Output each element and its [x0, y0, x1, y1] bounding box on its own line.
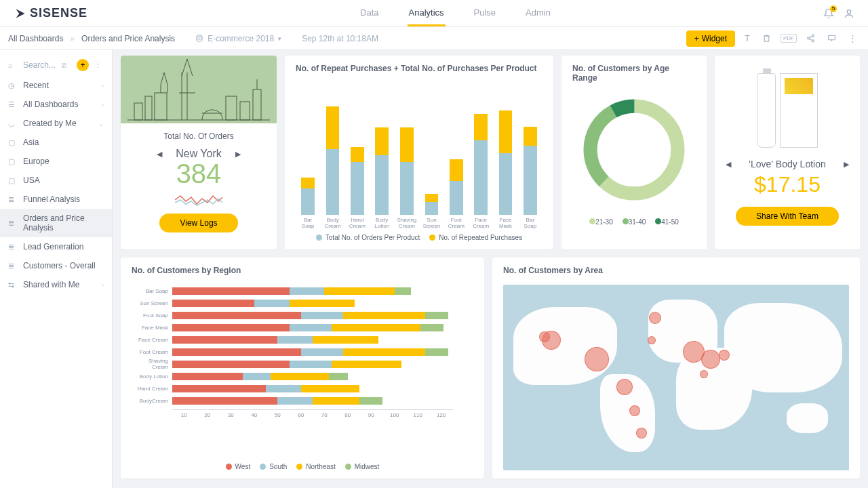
- bar-segment[interactable]: [351, 162, 364, 215]
- sidebar-item-asia[interactable]: ▢Asia: [0, 133, 112, 152]
- present-icon[interactable]: [825, 34, 839, 43]
- nav-data[interactable]: Data: [359, 1, 380, 26]
- timestamp: Sep 12th at 10:18AM: [302, 34, 378, 43]
- view-logs-button[interactable]: View Logs: [159, 214, 237, 232]
- nav-pulse[interactable]: Pulse: [473, 1, 498, 26]
- bar-segment[interactable]: [375, 127, 389, 155]
- bar-segment[interactable]: [400, 127, 414, 161]
- hbar-segment[interactable]: [301, 348, 343, 356]
- bar-segment[interactable]: [450, 181, 463, 215]
- hbar-segment[interactable]: [425, 348, 448, 356]
- donut-segment[interactable]: [591, 106, 678, 194]
- bar-segment[interactable]: [524, 127, 537, 146]
- search-row[interactable]: ⌕ Search... ⎚ + ⋮: [0, 54, 112, 76]
- sidebar-item-orders-and-price-analysis[interactable]: ≣Orders and Price Analysis: [0, 209, 112, 237]
- product-prev-arrow[interactable]: ◀: [726, 160, 731, 169]
- hbar-segment[interactable]: [332, 361, 402, 368]
- bar-segment[interactable]: [425, 194, 439, 203]
- hbar-segment[interactable]: [290, 324, 332, 331]
- hbar-segment[interactable]: [277, 336, 313, 344]
- bar-segment[interactable]: [499, 153, 513, 215]
- hbar-segment[interactable]: [395, 287, 411, 295]
- sidebar-item-customers---overall[interactable]: ≣Customers - Overall: [0, 256, 112, 275]
- bar-segment[interactable]: [351, 147, 364, 162]
- hbar-segment[interactable]: [172, 348, 301, 356]
- hbar-segment[interactable]: [172, 385, 266, 392]
- city-prev-arrow[interactable]: ◀: [157, 150, 162, 159]
- hbar-segment[interactable]: [172, 397, 277, 405]
- hbar-segment[interactable]: [343, 348, 425, 356]
- hbar-segment[interactable]: [359, 397, 382, 405]
- share-with-team-button[interactable]: Share With Team: [736, 207, 839, 226]
- nav-admin[interactable]: Admin: [524, 1, 552, 26]
- sidebar-recent[interactable]: ◷Recent›: [0, 76, 112, 95]
- world-map[interactable]: [503, 285, 849, 470]
- text-tool-icon[interactable]: T: [742, 33, 753, 43]
- hbar-segment[interactable]: [172, 361, 290, 368]
- map-bubble[interactable]: [585, 347, 609, 371]
- map-bubble[interactable]: [700, 370, 708, 378]
- hbar-segment[interactable]: [301, 385, 359, 392]
- hbar-segment[interactable]: [324, 287, 395, 295]
- delete-icon[interactable]: [760, 34, 774, 43]
- hbar-segment[interactable]: [243, 373, 271, 380]
- city-next-arrow[interactable]: ▶: [235, 150, 241, 159]
- hbar-segment[interactable]: [420, 324, 443, 331]
- sidebar-more-icon[interactable]: ⋮: [94, 61, 104, 70]
- bar-segment[interactable]: [425, 202, 439, 215]
- hbar-segment[interactable]: [172, 373, 243, 380]
- breadcrumb-root[interactable]: All Dashboards: [8, 34, 63, 43]
- add-widget-button[interactable]: + Widget: [686, 30, 735, 47]
- datasource-selector[interactable]: E-commerce 2018 ▾: [195, 34, 281, 43]
- sidebar-created-by-me[interactable]: ◡Created by Me⌄: [0, 114, 112, 133]
- hbar-segment[interactable]: [172, 287, 290, 295]
- filter-icon[interactable]: ⎚: [62, 61, 71, 69]
- notification-icon[interactable]: 5: [823, 8, 834, 19]
- hbar-segment[interactable]: [172, 312, 301, 319]
- user-icon[interactable]: [844, 8, 854, 19]
- bar-segment[interactable]: [326, 149, 340, 215]
- map-bubble[interactable]: [701, 350, 720, 369]
- product-next-arrow[interactable]: ▶: [844, 160, 849, 169]
- bar-segment[interactable]: [450, 159, 463, 180]
- sidebar-shared-with-me[interactable]: ⇆Shared with Me›: [0, 275, 112, 294]
- bar-segment[interactable]: [400, 162, 414, 215]
- hbar-segment[interactable]: [271, 373, 329, 380]
- sidebar-item-europe[interactable]: ▢Europe: [0, 152, 112, 171]
- hbar-segment[interactable]: [290, 300, 355, 307]
- map-bubble[interactable]: [616, 379, 633, 395]
- bar-segment[interactable]: [301, 178, 315, 188]
- bar-segment[interactable]: [524, 146, 537, 215]
- hbar-segment[interactable]: [329, 373, 348, 380]
- hbar-segment[interactable]: [343, 312, 425, 319]
- nav-analytics[interactable]: Analytics: [408, 1, 446, 26]
- sidebar-item-usa[interactable]: ▢USA: [0, 171, 112, 190]
- add-dashboard-button[interactable]: +: [77, 59, 89, 71]
- bar-segment[interactable]: [375, 155, 389, 215]
- hbar-segment[interactable]: [290, 287, 325, 295]
- sidebar-item-lead-generation[interactable]: ≣Lead Generation: [0, 237, 112, 256]
- hbar-segment[interactable]: [172, 324, 290, 331]
- bar-segment[interactable]: [499, 110, 513, 153]
- sidebar-all-dashboards[interactable]: ☰All Dashboards›: [0, 95, 112, 114]
- more-icon[interactable]: ⋮: [846, 33, 860, 43]
- hbar-segment[interactable]: [332, 324, 420, 331]
- hbar-segment[interactable]: [266, 385, 301, 392]
- hbar-segment[interactable]: [172, 300, 254, 307]
- bar-segment[interactable]: [474, 114, 488, 140]
- share-icon[interactable]: [804, 34, 818, 43]
- hbar-segment[interactable]: [172, 336, 277, 344]
- pdf-icon[interactable]: PDF: [781, 34, 797, 43]
- hbar-segment[interactable]: [277, 397, 313, 405]
- hbar-segment[interactable]: [290, 361, 332, 368]
- hbar-segment[interactable]: [254, 300, 290, 307]
- hbar-segment[interactable]: [313, 336, 378, 344]
- map-bubble[interactable]: [629, 405, 640, 416]
- bar-segment[interactable]: [326, 106, 340, 149]
- bar-segment[interactable]: [301, 188, 315, 215]
- hbar-segment[interactable]: [425, 312, 448, 319]
- sidebar-item-funnel-analysis[interactable]: ≣Funnel Analysis: [0, 190, 112, 209]
- hbar-segment[interactable]: [313, 397, 359, 405]
- bar-segment[interactable]: [474, 140, 488, 215]
- hbar-segment[interactable]: [301, 312, 343, 319]
